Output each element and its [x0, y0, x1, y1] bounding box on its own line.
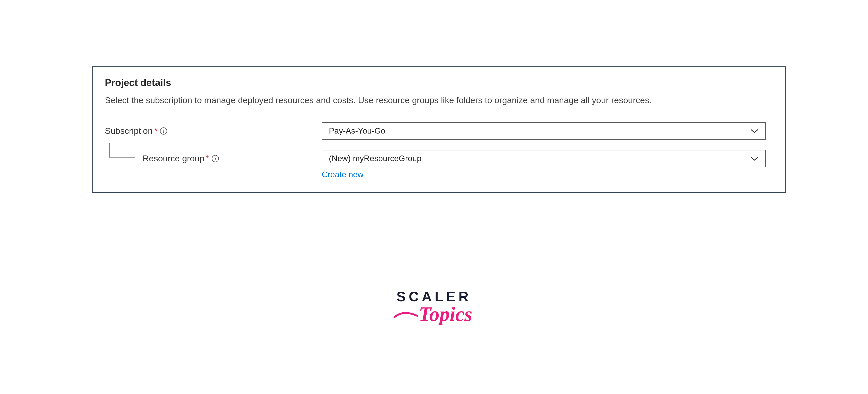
resource-group-label-col: Resource group * i: [105, 153, 322, 164]
resource-group-row: Resource group * i (New) myResourceGroup: [105, 150, 773, 167]
required-marker: *: [206, 153, 209, 163]
subscription-value: Pay-As-You-Go: [329, 126, 385, 136]
section-description: Select the subscription to manage deploy…: [105, 93, 743, 107]
create-new-row: Create new: [322, 170, 773, 179]
project-details-panel: Project details Select the subscription …: [92, 66, 786, 193]
subscription-row: Subscription * i Pay-As-You-Go: [105, 122, 773, 140]
required-marker: *: [154, 126, 157, 136]
create-new-link[interactable]: Create new: [322, 170, 364, 179]
info-icon[interactable]: i: [160, 128, 167, 135]
resource-group-value: (New) myResourceGroup: [329, 154, 422, 163]
tree-connector-icon: [107, 143, 137, 164]
subscription-dropdown[interactable]: Pay-As-You-Go: [322, 122, 766, 140]
watermark: SCALER Topics: [393, 288, 475, 333]
subscription-control-col: Pay-As-You-Go: [322, 122, 773, 140]
watermark-line2: Topics: [393, 302, 475, 333]
subscription-label: Subscription: [105, 126, 153, 136]
resource-group-dropdown[interactable]: (New) myResourceGroup: [322, 150, 766, 167]
chevron-down-icon: [750, 126, 758, 136]
watermark-line1: SCALER: [393, 288, 475, 304]
section-title: Project details: [105, 77, 773, 88]
subscription-label-col: Subscription * i: [105, 126, 322, 136]
info-icon[interactable]: i: [212, 155, 219, 162]
chevron-down-icon: [750, 154, 758, 163]
resource-group-control-col: (New) myResourceGroup: [322, 150, 773, 167]
svg-text:Topics: Topics: [419, 303, 472, 325]
resource-group-label: Resource group: [143, 153, 205, 163]
